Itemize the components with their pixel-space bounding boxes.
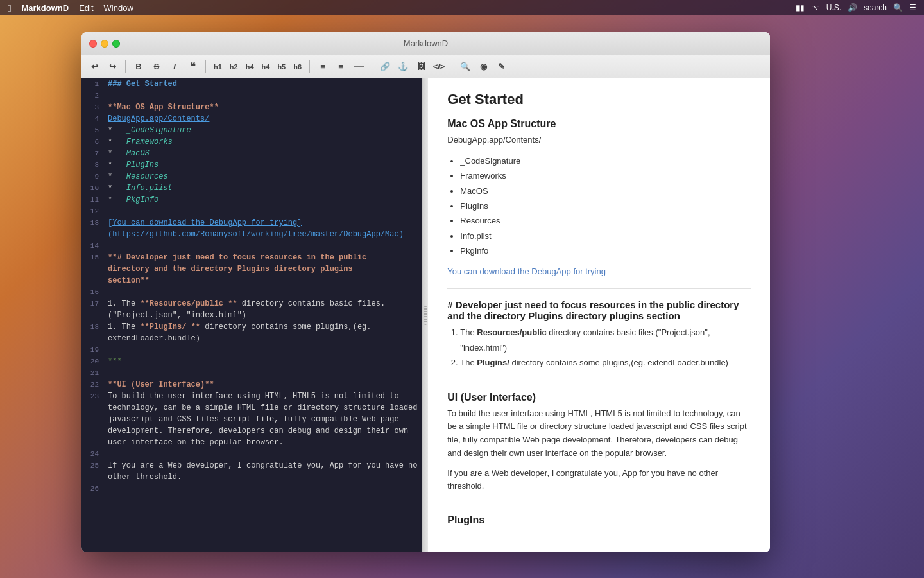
editor-line: 9 * Resources — [81, 171, 422, 182]
title-bar: MarkdownD — [81, 32, 770, 55]
editor-line: 26 — [81, 483, 422, 495]
strikethrough-button[interactable]: S — [149, 59, 164, 74]
list-item: _CodeSignature — [460, 153, 751, 168]
editor-line: 14 — [81, 240, 422, 252]
editor-line: 1 ### Get Started — [81, 78, 422, 90]
editor-line: 13 (https://github.com/Romanysoft/workin… — [81, 229, 422, 240]
editor-line: 23 user interface on the popular browser… — [81, 437, 422, 448]
toolbar-sep-5 — [452, 60, 452, 73]
editor-line: 10 * Info.plist — [81, 182, 422, 194]
editor-line: 8 * PlugIns — [81, 159, 422, 171]
bold-button[interactable]: B — [131, 59, 146, 74]
menubar-battery-icon: ▮▮ — [796, 3, 805, 12]
preview-mac-structure-heading: Mac OS App Structure — [447, 118, 751, 130]
h4b-button[interactable]: h4 — [259, 62, 273, 72]
editor-line: 23 development. Therefore, developers ca… — [81, 425, 422, 437]
image-button[interactable]: 🖼 — [413, 59, 429, 74]
editor-line: 19 — [81, 344, 422, 356]
editor-line: 18 extendLoader.bundle) — [81, 333, 422, 344]
h2-button[interactable]: h2 — [227, 62, 241, 72]
editor-line: 5 * _CodeSignature — [81, 125, 422, 136]
editor-line: 15 section** — [81, 275, 422, 286]
editor-line: 15 directory and the directory Plugins d… — [81, 263, 422, 275]
list-item: PlugIns — [460, 198, 751, 213]
code-button[interactable]: </> — [431, 59, 447, 74]
preview-ui-heading: UI (User Interface) — [447, 392, 751, 403]
editor-line: 18 1. The **PlugIns/ ** directory contai… — [81, 321, 422, 333]
menubar-menu-icon[interactable]: ☰ — [909, 3, 916, 12]
editor-line: 7 * MacOS — [81, 148, 422, 159]
anchor-button[interactable]: ⚓ — [395, 59, 411, 74]
editor-line: 15 **# Developer just need to focus reso… — [81, 252, 422, 263]
menubar-search-icon[interactable]: 🔍 — [893, 3, 903, 12]
h5-button[interactable]: h5 — [275, 62, 288, 72]
preview-download-link[interactable]: You can download the DebugApp for trying — [447, 265, 751, 279]
editor-line: 2 — [81, 90, 422, 101]
editor-line: 17 ("Project.json", "index.html") — [81, 310, 422, 321]
pen-button[interactable]: ✎ — [493, 59, 509, 74]
pane-divider[interactable] — [423, 78, 428, 552]
redo-button[interactable]: ↪ — [105, 59, 120, 74]
menubar-right: ▮▮ ⌥ U.S. 🔊 search 🔍 ☰ — [796, 3, 916, 12]
hr-button[interactable]: — — [351, 59, 366, 74]
find-button[interactable]: 🔍 — [458, 59, 473, 74]
editor-line: 25 other threshold. — [81, 471, 422, 483]
preview-ui-para1: To build the user interface using HTML, … — [447, 407, 751, 460]
blockquote-button[interactable]: ❝ — [185, 59, 200, 74]
menubar-lang[interactable]: U.S. — [826, 3, 841, 12]
editor-line: 4 DebugApp.app/Contents/ — [81, 113, 422, 125]
toolbar-sep-3 — [309, 60, 310, 73]
toolbar-sep-1 — [125, 60, 126, 73]
maximize-button[interactable] — [112, 40, 120, 48]
minimize-button[interactable] — [101, 40, 108, 48]
editor-line: 3 **Mac OS App Structure** — [81, 101, 422, 113]
editor-line: 24 — [81, 448, 422, 460]
ol-button[interactable]: ≡ — [333, 59, 348, 74]
italic-button[interactable]: I — [167, 59, 182, 74]
list-item: The Resources/public directory contains … — [460, 325, 751, 355]
h6-button[interactable]: h6 — [291, 62, 304, 72]
menubar-volume-icon: 🔊 — [848, 3, 857, 12]
preview-divider-1 — [447, 288, 751, 289]
window-title: MarkdownD — [404, 39, 448, 48]
editor-line: 23 technology, can be a simple HTML file… — [81, 402, 422, 414]
app-window: MarkdownD ↩ ↪ B S I ❝ h1 h2 h4 h4 h5 h6 … — [81, 32, 770, 552]
toolbar-sep-4 — [372, 60, 372, 73]
toolbar-sep-2 — [205, 60, 206, 73]
menubar-app-name[interactable]: MarkdownD — [21, 3, 69, 13]
list-item: Frameworks — [460, 168, 751, 183]
h1-button[interactable]: h1 — [211, 62, 225, 72]
close-button[interactable] — [89, 40, 97, 48]
traffic-lights — [89, 40, 120, 48]
editor-line: 12 — [81, 206, 422, 217]
preview-debugapp-path: DebugApp.app/Contents/ — [447, 134, 751, 147]
editor-line: 11 * PkgInfo — [81, 194, 422, 206]
editor-line: 16 — [81, 286, 422, 298]
menubar:  MarkdownD Edit Window ▮▮ ⌥ U.S. 🔊 sear… — [0, 0, 924, 15]
preview-ui-para2: If you are a Web developer, I congratula… — [447, 467, 751, 494]
editor-line: 20 *** — [81, 356, 422, 367]
h4a-button[interactable]: h4 — [243, 62, 257, 72]
menubar-window[interactable]: Window — [104, 3, 133, 13]
list-item: MacOS — [460, 184, 751, 198]
editor-line: 6 * Frameworks — [81, 136, 422, 148]
list-item: Info.plist — [460, 229, 751, 243]
menubar-edit[interactable]: Edit — [79, 3, 93, 13]
editor-line: 17 1. The **Resources/public ** director… — [81, 298, 422, 310]
apple-menu[interactable]:  — [8, 3, 11, 13]
preview-toggle-button[interactable]: ◉ — [475, 59, 491, 74]
editor-pane[interactable]: 1 ### Get Started 2 3 **Mac OS App Struc… — [81, 78, 423, 552]
preview-pane[interactable]: Get Started Mac OS App Structure DebugAp… — [428, 78, 770, 552]
editor-line: 23 To build the user interface using HTM… — [81, 390, 422, 402]
menubar-items: MarkdownD Edit Window — [21, 3, 133, 13]
undo-button[interactable]: ↩ — [87, 59, 102, 74]
preview-divider-2 — [447, 381, 751, 381]
menubar-time: search — [864, 3, 887, 12]
toolbar: ↩ ↪ B S I ❝ h1 h2 h4 h4 h5 h6 ≡ ≡ — 🔗 ⚓ … — [81, 55, 770, 78]
editor-line: 23 javascript and CSS files script file,… — [81, 414, 422, 425]
preview-plugins-heading: PlugIns — [447, 514, 751, 526]
ul-button[interactable]: ≡ — [315, 59, 330, 74]
preview-structure-list: _CodeSignature Frameworks MacOS PlugIns … — [460, 153, 751, 259]
download-link[interactable]: You can download the DebugApp for trying — [447, 267, 606, 276]
link-button[interactable]: 🔗 — [377, 59, 393, 74]
